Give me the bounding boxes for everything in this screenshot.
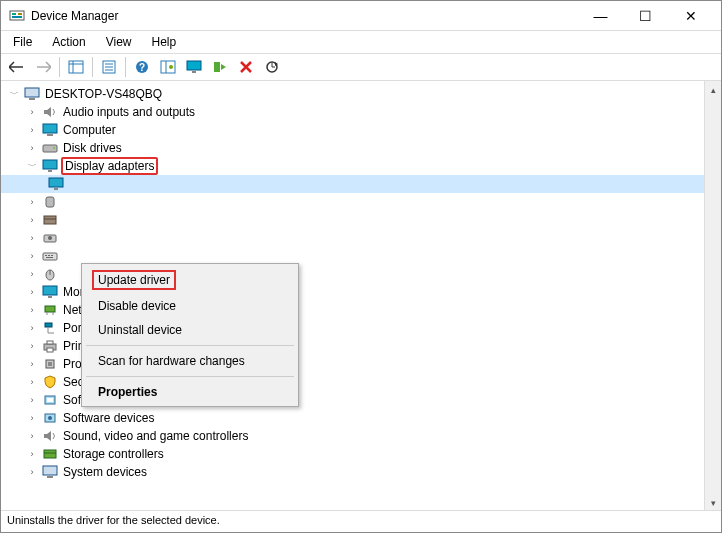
menu-action[interactable]: Action bbox=[44, 33, 93, 51]
svg-rect-20 bbox=[25, 88, 39, 97]
ctx-uninstall-device[interactable]: Uninstall device bbox=[84, 318, 296, 342]
node-label bbox=[61, 255, 65, 257]
chevron-right-icon[interactable]: › bbox=[25, 465, 39, 479]
tree-node-hid[interactable]: › bbox=[1, 193, 721, 211]
svg-rect-60 bbox=[47, 476, 53, 478]
tree-node-audio[interactable]: › Audio inputs and outputs bbox=[1, 103, 721, 121]
software-icon bbox=[42, 392, 58, 408]
svg-rect-38 bbox=[51, 255, 53, 256]
chevron-right-icon[interactable]: › bbox=[25, 339, 39, 353]
chevron-right-icon[interactable]: › bbox=[25, 429, 39, 443]
menu-view[interactable]: View bbox=[98, 33, 140, 51]
svg-rect-59 bbox=[43, 466, 57, 475]
scroll-down-arrow[interactable]: ▾ bbox=[705, 494, 721, 511]
tree-node-storage[interactable]: ›Storage controllers bbox=[1, 445, 721, 463]
window-title: Device Manager bbox=[31, 9, 578, 23]
svg-rect-50 bbox=[47, 348, 53, 352]
help-button[interactable]: ? bbox=[130, 56, 154, 78]
menu-file[interactable]: File bbox=[5, 33, 40, 51]
audio-icon bbox=[42, 104, 58, 120]
tree-node-imaging[interactable]: › bbox=[1, 229, 721, 247]
svg-rect-36 bbox=[45, 255, 47, 256]
chevron-right-icon[interactable]: › bbox=[25, 267, 39, 281]
ctx-properties[interactable]: Properties bbox=[84, 380, 296, 404]
svg-rect-49 bbox=[47, 341, 53, 344]
chevron-right-icon[interactable]: › bbox=[25, 105, 39, 119]
statusbar: Uninstalls the driver for the selected d… bbox=[1, 510, 721, 532]
svg-point-25 bbox=[53, 147, 55, 149]
tree-node-disk[interactable]: › Disk drives bbox=[1, 139, 721, 157]
svg-rect-27 bbox=[48, 170, 52, 172]
tree-node-system[interactable]: ›System devices bbox=[1, 463, 721, 481]
tree-node-ata[interactable]: › bbox=[1, 211, 721, 229]
node-label: Disk drives bbox=[61, 140, 124, 156]
chevron-right-icon[interactable]: › bbox=[25, 447, 39, 461]
ctx-scan-hardware[interactable]: Scan for hardware changes bbox=[84, 349, 296, 373]
chevron-right-icon[interactable]: › bbox=[25, 285, 39, 299]
chevron-right-icon[interactable]: › bbox=[25, 195, 39, 209]
close-button[interactable]: ✕ bbox=[668, 1, 713, 31]
cpu-icon bbox=[42, 356, 58, 372]
tree-root[interactable]: ﹀ DESKTOP-VS48QBQ bbox=[1, 85, 721, 103]
chevron-right-icon[interactable]: › bbox=[25, 303, 39, 317]
chevron-right-icon[interactable]: › bbox=[25, 321, 39, 335]
svg-rect-24 bbox=[43, 145, 57, 152]
svg-rect-2 bbox=[12, 16, 22, 18]
chevron-right-icon[interactable]: › bbox=[25, 231, 39, 245]
tree-node-computer[interactable]: › Computer bbox=[1, 121, 721, 139]
software-icon bbox=[42, 410, 58, 426]
chevron-right-icon[interactable]: › bbox=[25, 249, 39, 263]
back-button[interactable] bbox=[5, 56, 29, 78]
minimize-button[interactable]: — bbox=[578, 1, 623, 31]
keyboard-icon bbox=[42, 248, 58, 264]
menu-help[interactable]: Help bbox=[144, 33, 185, 51]
app-icon bbox=[9, 8, 25, 24]
chevron-down-icon[interactable]: ﹀ bbox=[25, 159, 39, 173]
svg-point-15 bbox=[169, 65, 173, 69]
chevron-right-icon[interactable]: › bbox=[25, 375, 39, 389]
hid-icon bbox=[42, 194, 58, 210]
svg-rect-42 bbox=[43, 286, 57, 295]
tree-node-software-dev[interactable]: ›Software devices bbox=[1, 409, 721, 427]
scan-button[interactable] bbox=[156, 56, 180, 78]
chevron-right-icon[interactable]: › bbox=[25, 411, 39, 425]
chevron-right-icon[interactable]: › bbox=[25, 123, 39, 137]
maximize-button[interactable]: ☐ bbox=[623, 1, 668, 31]
chevron-down-icon[interactable]: ﹀ bbox=[7, 87, 21, 101]
scroll-up-arrow[interactable]: ▴ bbox=[705, 81, 721, 98]
toolbar: ? bbox=[1, 53, 721, 81]
svg-rect-47 bbox=[45, 323, 52, 327]
enable-button[interactable] bbox=[208, 56, 232, 78]
tree-node-display-adapters[interactable]: ﹀ Display adapters bbox=[1, 157, 721, 175]
node-label: Computer bbox=[61, 122, 118, 138]
ctx-update-driver[interactable]: Update driver bbox=[92, 270, 176, 290]
monitor-icon bbox=[42, 284, 58, 300]
show-hidden-button[interactable] bbox=[64, 56, 88, 78]
chevron-right-icon[interactable]: › bbox=[25, 357, 39, 371]
properties-button[interactable] bbox=[97, 56, 121, 78]
forward-button[interactable] bbox=[31, 56, 55, 78]
node-label: Audio inputs and outputs bbox=[61, 104, 197, 120]
svg-rect-44 bbox=[45, 306, 55, 312]
chevron-right-icon[interactable]: › bbox=[25, 213, 39, 227]
node-label bbox=[61, 273, 65, 275]
svg-rect-39 bbox=[46, 257, 53, 258]
svg-rect-0 bbox=[10, 11, 24, 20]
svg-rect-18 bbox=[214, 62, 220, 72]
chevron-right-icon[interactable]: › bbox=[25, 393, 39, 407]
menu-separator bbox=[86, 376, 294, 377]
content-area: ﹀ DESKTOP-VS48QBQ › Audio inputs and out… bbox=[1, 81, 721, 511]
chevron-right-icon[interactable]: › bbox=[25, 141, 39, 155]
tree-node-display-child[interactable] bbox=[1, 175, 721, 193]
root-label: DESKTOP-VS48QBQ bbox=[43, 86, 164, 102]
svg-rect-29 bbox=[54, 188, 58, 190]
disable-button[interactable] bbox=[234, 56, 258, 78]
monitor-button[interactable] bbox=[182, 56, 206, 78]
vertical-scrollbar[interactable]: ▴ ▾ bbox=[704, 81, 721, 511]
tree-node-sound[interactable]: ›Sound, video and game controllers bbox=[1, 427, 721, 445]
ctx-disable-device[interactable]: Disable device bbox=[84, 294, 296, 318]
context-menu: Update driver Disable device Uninstall d… bbox=[81, 263, 299, 407]
node-label bbox=[61, 219, 65, 221]
storage-icon bbox=[42, 446, 58, 462]
update-driver-button[interactable] bbox=[260, 56, 284, 78]
